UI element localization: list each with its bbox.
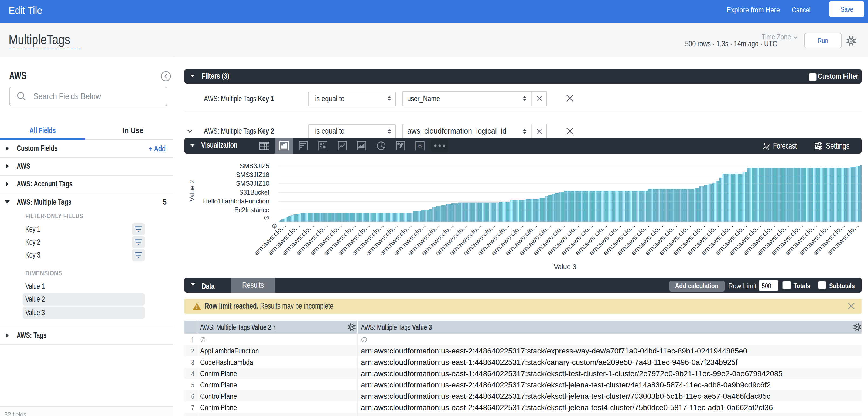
svg-text:SMS3JIZ18: SMS3JIZ18: [236, 171, 269, 178]
svg-text:SMS3JIZ5: SMS3JIZ5: [240, 162, 269, 169]
svg-text:Value 3: Value 3: [554, 263, 576, 270]
svg-text:SMS3JIZ10: SMS3JIZ10: [236, 179, 269, 187]
svg-text:S31Bucket: S31Bucket: [239, 188, 269, 196]
svg-text:Ec2Instance: Ec2Instance: [234, 206, 269, 213]
svg-text:Value 2: Value 2: [188, 180, 195, 201]
svg-text:∅: ∅: [264, 214, 269, 221]
svg-text:Hello1LambdaFunction: Hello1LambdaFunction: [203, 197, 269, 205]
svg-text:6: 6: [418, 142, 422, 149]
